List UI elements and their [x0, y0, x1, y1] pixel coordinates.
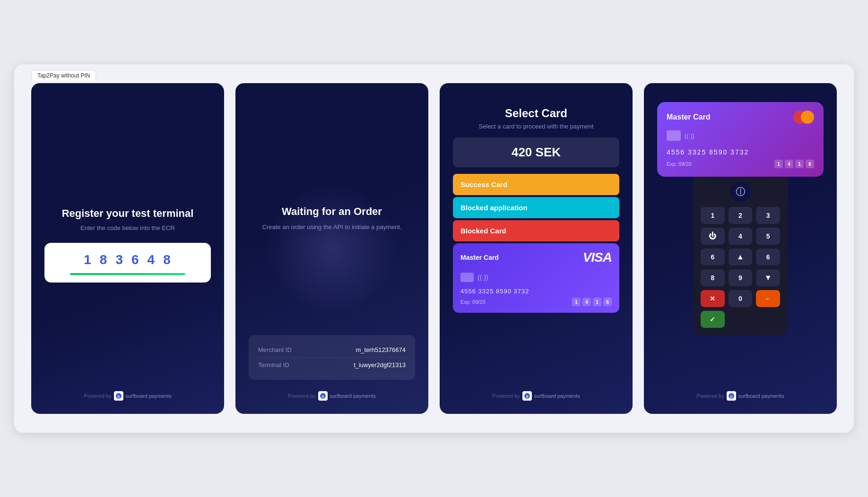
digit-5: 4 — [148, 252, 156, 267]
screen2-card: Waiting for an Order Create an order usi… — [235, 83, 428, 414]
digit-2: 8 — [100, 252, 108, 267]
digit-6: 8 — [163, 252, 172, 267]
screen3-title: Select Card — [505, 107, 567, 120]
amount-box: 420 SEK — [453, 137, 619, 167]
success-card-item[interactable]: Success Card — [453, 174, 619, 195]
sb-icon-4: S — [727, 391, 736, 401]
mc-logo — [793, 111, 814, 124]
svg-text:S: S — [322, 394, 325, 399]
mc-display-number: 4556 3325 8590 3732 — [667, 148, 814, 156]
mc-display-bottom: Exp: 09/20 1 4 1 6 — [667, 160, 814, 168]
blocked-app-item[interactable]: Blocked application — [453, 197, 619, 218]
screen1-subtitle: Enter the code below into the ECR — [80, 224, 174, 231]
pos-logo: ⓘ — [730, 181, 751, 202]
wifi-icon: ((·)) — [477, 274, 488, 281]
mc-display-exp: Exp: 09/20 — [667, 161, 692, 167]
key-6[interactable]: 6 — [701, 248, 725, 266]
badge-4: 6 — [603, 298, 612, 306]
master-card-item[interactable]: Master Card VISA ((·)) 4556 3325 8590 37… — [453, 243, 619, 313]
screen2-powered-by: Powered by S surfboard payments — [288, 391, 375, 401]
mc-chip — [667, 130, 681, 141]
key-3[interactable]: 3 — [756, 207, 780, 224]
code-box: 1 8 3 6 4 8 — [44, 243, 211, 283]
key-cancel[interactable]: ✕ — [701, 290, 725, 307]
blocked-app-label: Blocked application — [460, 204, 528, 212]
mc-display-header: Master Card — [667, 111, 814, 124]
surfboard-logo-4: S surfboard payments — [727, 391, 784, 401]
digit-3: 3 — [115, 252, 124, 267]
svg-text:S: S — [730, 394, 733, 399]
key-4[interactable]: 4 — [729, 228, 753, 245]
visa-logo: VISA — [583, 250, 612, 265]
digit-4: 6 — [131, 252, 140, 267]
mc-circle-orange — [801, 111, 814, 124]
merchant-id-value: m_terh512376674 — [356, 346, 406, 353]
screen4-card: Master Card ((·)) 4556 3325 8590 3732 Ex… — [644, 83, 837, 414]
chip-icon — [460, 273, 474, 282]
main-container: Tap2Pay without PIN Register your test t… — [14, 64, 854, 433]
card-list: Success Card Blocked application Blocked… — [453, 174, 619, 313]
blocked-card-label: Blocked Card — [460, 227, 506, 235]
terminal-id-label: Terminal ID — [258, 361, 289, 368]
mc-chip-row: ((·)) — [667, 130, 814, 141]
amount-text: 420 SEK — [512, 145, 561, 159]
key-9[interactable]: 9 — [729, 269, 753, 286]
surfboard-logo-1: S surfboard payments — [114, 391, 171, 401]
mc-badge-1: 1 — [774, 160, 783, 168]
screen3-content: Select Card Select a card to proceed wit… — [453, 102, 619, 387]
mc-wifi: ((·)) — [685, 132, 694, 139]
key-8[interactable]: 8 — [701, 269, 725, 286]
mc-title-label: Master Card — [460, 254, 499, 261]
mc-display-title: Master Card — [667, 113, 710, 121]
screen4-powered-by: Powered by S surfboard payments — [696, 391, 784, 401]
merchant-id-label: Merchant ID — [258, 346, 292, 353]
key-up[interactable]: ▲ — [729, 248, 753, 266]
key-6b[interactable]: 6 — [756, 248, 780, 266]
sb-text-3: surfboard payments — [534, 393, 580, 399]
sb-text-2: surfboard payments — [330, 393, 375, 399]
screen3-subtitle: Select a card to proceed with the paymen… — [479, 123, 594, 130]
mc-badge-3: 1 — [795, 160, 804, 168]
success-card-label: Success Card — [460, 180, 507, 189]
pos-logo-area: ⓘ — [701, 181, 780, 202]
blocked-card-item[interactable]: Blocked Card — [453, 220, 619, 241]
surfboard-logo-3: S surfboard payments — [522, 391, 580, 401]
terminal-id-value: t_iuwyer2dgf21313 — [354, 361, 406, 368]
tab-label: Tap2Pay without PIN — [31, 70, 96, 81]
screen3-card: Select Card Select a card to proceed wit… — [440, 83, 633, 414]
surfboard-logo-2: S surfboard payments — [318, 391, 375, 401]
badge-1: 1 — [572, 298, 581, 306]
key-backspace[interactable]: ← — [756, 290, 780, 307]
key-power[interactable]: ⏻ — [701, 228, 725, 245]
sb-icon-3: S — [522, 391, 532, 401]
screen2-subtitle: Create an order using the API to initiat… — [262, 223, 402, 232]
screen2-content: Waiting for an Order Create an order usi… — [249, 102, 415, 335]
chip-row: ((·)) — [460, 273, 612, 282]
badge-3: 1 — [593, 298, 601, 306]
screen1-powered-by: Powered by S surfboard payments — [84, 391, 171, 401]
badge-2: 4 — [582, 298, 591, 306]
screen2-title: Waiting for an Order — [282, 206, 382, 218]
key-5[interactable]: 5 — [756, 228, 780, 245]
key-1[interactable]: 1 — [701, 207, 725, 224]
screen1-title: Register your test terminal — [62, 207, 194, 221]
sb-text-1: surfboard payments — [125, 393, 171, 399]
mastercard-display: Master Card ((·)) 4556 3325 8590 3732 Ex… — [657, 102, 824, 177]
key-down[interactable]: ▼ — [756, 269, 780, 286]
mc-header-row: Master Card VISA — [460, 250, 612, 265]
pos-terminal: ⓘ 1 2 3 ⏻ 4 5 6 ▲ 6 8 9 ▼ — [693, 158, 788, 335]
mc-display-digits: 1 4 1 6 — [774, 160, 814, 168]
mc-badge-2: 4 — [785, 160, 793, 168]
svg-text:S: S — [526, 394, 529, 399]
pos-keypad: 1 2 3 ⏻ 4 5 6 ▲ 6 8 9 ▼ ✕ 0 ← — [701, 207, 780, 328]
key-0[interactable]: 0 — [729, 290, 753, 307]
key-2[interactable]: 2 — [729, 207, 753, 224]
sb-icon-2: S — [318, 391, 328, 401]
screen1-card: Register your test terminal Enter the co… — [31, 83, 224, 414]
sb-icon-1: S — [114, 391, 123, 401]
terminal-id-row: Terminal ID t_iuwyer2dgf21313 — [258, 358, 406, 372]
card-exp: Exp: 09/20 — [460, 299, 486, 305]
digit-1: 1 — [84, 252, 92, 267]
key-enter[interactable]: ✓ — [701, 311, 725, 328]
screen3-powered-by: Powered by S surfboard payments — [492, 391, 580, 401]
